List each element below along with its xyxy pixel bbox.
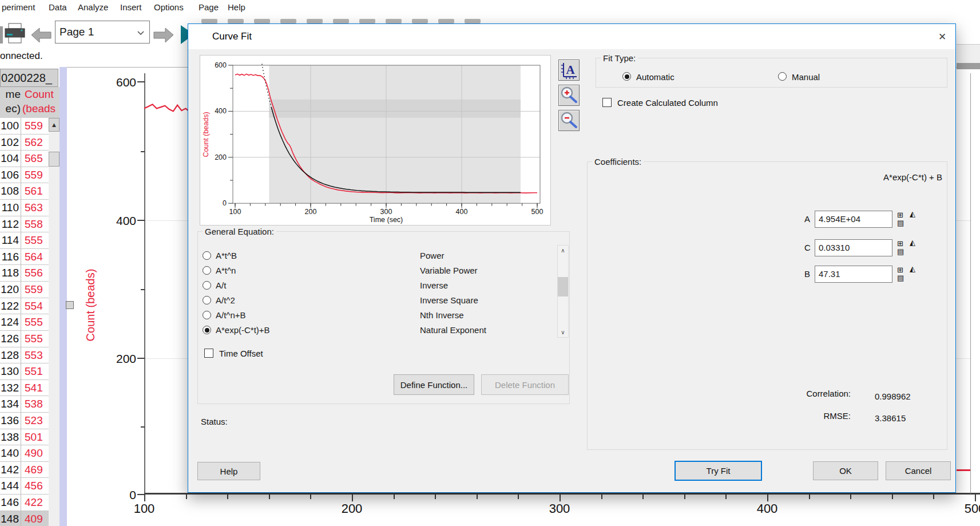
count-cell[interactable]: 538 bbox=[21, 396, 49, 412]
time-cell[interactable]: 126 bbox=[0, 331, 21, 347]
count-cell[interactable]: 559 bbox=[21, 167, 49, 183]
equation-formula[interactable]: A/t^n+B bbox=[216, 310, 246, 320]
count-cell[interactable]: 559 bbox=[21, 282, 49, 298]
menu-item-help[interactable]: Help bbox=[228, 2, 245, 12]
coefficient-spin-lines-icon[interactable]: ▤ bbox=[897, 274, 904, 282]
time-cell[interactable]: 136 bbox=[0, 413, 21, 429]
table-row[interactable]: 134538 bbox=[0, 396, 49, 413]
count-cell[interactable]: 562 bbox=[21, 135, 49, 151]
table-row[interactable]: 136523 bbox=[0, 413, 49, 429]
count-cell[interactable]: 469 bbox=[21, 462, 49, 478]
table-row[interactable]: 138501 bbox=[0, 429, 49, 446]
table-row[interactable]: 108561 bbox=[0, 183, 49, 200]
count-cell[interactable]: 565 bbox=[21, 151, 49, 167]
time-cell[interactable]: 128 bbox=[0, 347, 21, 363]
time-cell[interactable]: 100 bbox=[0, 118, 21, 134]
list-scroll-up-icon[interactable]: ∧ bbox=[558, 247, 568, 254]
help-button[interactable]: Help bbox=[197, 462, 260, 480]
time-offset-label[interactable]: Time Offset bbox=[219, 349, 263, 358]
time-cell[interactable]: 124 bbox=[0, 314, 21, 330]
autoscale-button[interactable]: A bbox=[558, 60, 580, 81]
page-selector[interactable]: Page 1 bbox=[55, 21, 150, 43]
try-fit-button[interactable]: Try Fit bbox=[675, 461, 762, 481]
print-icon[interactable] bbox=[4, 23, 26, 46]
toolbar-icon-clipped[interactable] bbox=[359, 19, 375, 23]
count-cell[interactable]: 456 bbox=[21, 478, 49, 494]
coefficient-spin-grid-icon[interactable]: ⊞ bbox=[897, 266, 903, 274]
graph-selection-handle[interactable] bbox=[66, 301, 74, 309]
table-row[interactable]: 110563 bbox=[0, 200, 49, 216]
equation-formula[interactable]: A/t bbox=[216, 280, 226, 290]
coefficient-field-A[interactable]: 4.954E+04 bbox=[815, 211, 892, 228]
scrollbar-thumb[interactable] bbox=[49, 152, 59, 167]
toolbar-icon-clipped[interactable] bbox=[386, 19, 402, 23]
count-cell[interactable]: 551 bbox=[21, 363, 49, 379]
table-row[interactable]: 120559 bbox=[0, 282, 49, 298]
equation-radio-variable-power[interactable] bbox=[203, 266, 211, 275]
equation-formula[interactable]: A*t^B bbox=[216, 251, 237, 260]
table-row[interactable]: 132541 bbox=[0, 380, 49, 397]
cancel-button[interactable]: Cancel bbox=[886, 461, 951, 480]
time-cell[interactable]: 112 bbox=[0, 216, 21, 232]
table-row[interactable]: 130551 bbox=[0, 363, 49, 380]
table-row[interactable]: 146422 bbox=[0, 495, 49, 511]
toolbar-icon-clipped[interactable] bbox=[201, 19, 217, 23]
close-icon[interactable]: ✕ bbox=[935, 29, 950, 44]
count-cell[interactable]: 555 bbox=[21, 331, 49, 347]
back-page-arrow[interactable] bbox=[31, 27, 51, 45]
coefficient-spin-grid-icon[interactable]: ⊞ bbox=[897, 240, 903, 247]
count-cell[interactable]: 559 bbox=[21, 118, 49, 134]
time-cell[interactable]: 144 bbox=[0, 478, 21, 494]
table-row[interactable]: 118556 bbox=[0, 265, 49, 282]
coefficient-lock-icon[interactable]: ◭ bbox=[910, 265, 915, 272]
table-row[interactable]: 114555 bbox=[0, 232, 49, 249]
time-cell[interactable]: 130 bbox=[0, 363, 21, 379]
count-cell[interactable]: 541 bbox=[21, 380, 49, 396]
time-cell[interactable]: 148 bbox=[0, 511, 21, 526]
equation-radio-natural-exponent[interactable] bbox=[203, 326, 211, 334]
table-row[interactable]: 124555 bbox=[0, 314, 49, 331]
scroll-up-button[interactable]: ▲ bbox=[49, 118, 59, 132]
menu-item-data[interactable]: Data bbox=[49, 2, 67, 12]
menu-item-page[interactable]: Page bbox=[199, 2, 219, 12]
count-cell[interactable]: 556 bbox=[21, 265, 49, 281]
count-cell[interactable]: 422 bbox=[21, 495, 49, 511]
equation-radio-power[interactable] bbox=[203, 251, 211, 260]
time-cell[interactable]: 114 bbox=[0, 232, 21, 248]
time-cell[interactable]: 134 bbox=[0, 396, 21, 412]
equation-formula[interactable]: A*exp(-C*t)+B bbox=[216, 325, 270, 335]
count-cell[interactable]: 553 bbox=[21, 347, 49, 363]
table-row[interactable]: 140490 bbox=[0, 445, 49, 462]
data-set-title[interactable]: 0200228_ bbox=[0, 69, 58, 87]
toolbar-icon-clipped[interactable] bbox=[465, 19, 481, 23]
coefficient-lock-icon[interactable]: ◭ bbox=[910, 210, 915, 217]
equation-radio-inverse-square[interactable] bbox=[203, 296, 211, 304]
time-cell[interactable]: 116 bbox=[0, 249, 21, 265]
toolbar-icon-clipped[interactable] bbox=[228, 19, 244, 23]
coefficient-spin-grid-icon[interactable]: ⊞ bbox=[897, 211, 903, 219]
table-scrollbar[interactable]: ▲ bbox=[49, 118, 59, 526]
table-row[interactable]: 128553 bbox=[0, 347, 49, 364]
clipped-toolbar-icon[interactable] bbox=[0, 26, 3, 43]
table-row[interactable]: 142469 bbox=[0, 462, 49, 478]
table-row[interactable]: 104565 bbox=[0, 151, 49, 167]
table-row[interactable]: 122554 bbox=[0, 298, 49, 315]
time-cell[interactable]: 122 bbox=[0, 298, 21, 314]
forward-page-arrow[interactable] bbox=[153, 27, 174, 45]
coefficient-spin-lines-icon[interactable]: ▤ bbox=[897, 248, 904, 255]
create-calculated-column-label[interactable]: Create Calculated Column bbox=[617, 98, 718, 108]
zoom-in-button[interactable] bbox=[558, 85, 580, 106]
count-cell[interactable]: 554 bbox=[21, 298, 49, 314]
menu-item-insert[interactable]: Insert bbox=[120, 2, 142, 12]
list-scrollbar-thumb[interactable] bbox=[558, 277, 568, 296]
time-cell[interactable]: 106 bbox=[0, 167, 21, 183]
toolbar-icon-clipped[interactable] bbox=[307, 19, 323, 23]
ok-button[interactable]: OK bbox=[813, 461, 878, 480]
time-cell[interactable]: 108 bbox=[0, 183, 21, 199]
time-cell[interactable]: 142 bbox=[0, 462, 21, 478]
time-offset-checkbox[interactable] bbox=[204, 349, 213, 358]
time-cell[interactable]: 138 bbox=[0, 429, 21, 445]
menu-item-options[interactable]: Options bbox=[154, 2, 184, 12]
equation-formula[interactable]: A*t^n bbox=[216, 266, 236, 275]
coefficient-lock-icon[interactable]: ◭ bbox=[910, 239, 915, 246]
